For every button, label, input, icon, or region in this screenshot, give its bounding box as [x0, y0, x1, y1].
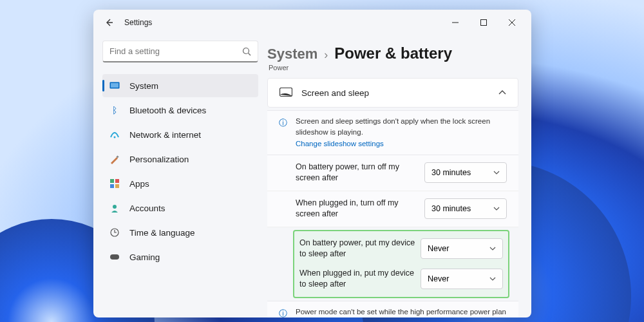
sidebar: System ᛒ Bluetooth & devices Network & i… — [93, 35, 267, 317]
svg-rect-16 — [110, 254, 119, 260]
svg-rect-10 — [110, 179, 114, 183]
highlighted-sleep-settings: On battery power, put my device to sleep… — [293, 230, 509, 298]
setting-label: On battery power, turn off my screen aft… — [296, 162, 424, 184]
arrow-left-icon — [104, 18, 113, 27]
sidebar-item-system[interactable]: System — [102, 74, 258, 97]
system-icon — [109, 80, 120, 91]
sidebar-item-network[interactable]: Network & internet — [102, 123, 258, 146]
info-text: Power mode can't be set while the high p… — [296, 308, 506, 317]
gaming-icon — [109, 251, 120, 263]
dropdown-screen-battery[interactable]: 30 minutes — [424, 162, 507, 183]
setting-sleep-battery: On battery power, put my device to sleep… — [297, 234, 506, 264]
section-header-partial: Power — [269, 64, 518, 71]
sidebar-item-label: Accounts — [129, 204, 166, 213]
network-icon — [109, 129, 120, 140]
maximize-button[interactable] — [469, 13, 498, 32]
chevron-down-icon — [489, 247, 496, 251]
bluetooth-icon: ᛒ — [109, 104, 120, 116]
minimize-icon — [452, 19, 459, 26]
setting-screen-plugged: When plugged in, turn off my screen afte… — [267, 191, 518, 227]
close-button[interactable] — [498, 13, 526, 32]
dropdown-value: Never — [428, 274, 449, 283]
svg-rect-13 — [115, 184, 119, 188]
content-area: System ᛒ Bluetooth & devices Network & i… — [93, 35, 531, 317]
chevron-up-icon — [498, 90, 506, 95]
svg-rect-11 — [115, 179, 119, 183]
setting-label: When plugged in, put my device to sleep … — [299, 268, 421, 290]
sidebar-item-label: Time & language — [129, 228, 195, 238]
chevron-down-icon — [493, 207, 500, 211]
svg-point-14 — [113, 205, 117, 209]
svg-line-5 — [249, 53, 251, 55]
nav-list: System ᛒ Bluetooth & devices Network & i… — [102, 74, 258, 269]
chevron-right-icon: › — [324, 48, 328, 62]
setting-sleep-plugged: When plugged in, put my device to sleep … — [297, 264, 506, 294]
info-text: Screen and sleep settings don't apply wh… — [296, 117, 490, 136]
sidebar-item-label: Network & internet — [129, 130, 201, 140]
search-box[interactable] — [102, 41, 258, 62]
svg-rect-1 — [481, 20, 487, 26]
dropdown-value: 30 minutes — [431, 168, 471, 177]
dropdown-screen-plugged[interactable]: 30 minutes — [424, 198, 507, 219]
svg-point-4 — [243, 48, 249, 53]
screen-sleep-label: Screen and sleep — [301, 88, 489, 98]
svg-rect-7 — [111, 83, 118, 88]
chevron-down-icon — [493, 171, 500, 175]
breadcrumb-parent[interactable]: System — [267, 46, 317, 62]
svg-rect-12 — [110, 184, 114, 188]
settings-window: Settings System ᛒ Bluetooth & devices — [93, 10, 531, 317]
dropdown-value: Never — [428, 244, 449, 253]
setting-screen-battery: On battery power, turn off my screen aft… — [267, 155, 518, 191]
back-button[interactable] — [99, 12, 119, 33]
breadcrumb: System › Power & battery — [267, 44, 518, 62]
chevron-down-icon — [489, 277, 496, 281]
screen-sleep-card[interactable]: Screen and sleep — [267, 78, 518, 108]
sidebar-item-apps[interactable]: Apps — [102, 172, 258, 195]
sidebar-item-time-language[interactable]: Time & language — [102, 221, 258, 244]
time-language-icon — [109, 227, 120, 238]
setting-label: On battery power, put my device to sleep… — [299, 238, 421, 260]
apps-icon — [109, 178, 120, 189]
dropdown-sleep-plugged[interactable]: Never — [421, 269, 503, 289]
sidebar-item-gaming[interactable]: Gaming — [102, 245, 258, 269]
maximize-icon — [480, 19, 487, 26]
sidebar-item-label: Gaming — [129, 252, 160, 262]
breadcrumb-current: Power & battery — [334, 44, 452, 62]
svg-point-8 — [114, 137, 116, 138]
accounts-icon — [109, 202, 120, 214]
sidebar-item-bluetooth[interactable]: ᛒ Bluetooth & devices — [102, 99, 258, 122]
window-title: Settings — [124, 18, 152, 27]
screen-icon — [279, 88, 292, 98]
setting-label: When plugged in, turn off my screen afte… — [296, 198, 424, 220]
minimize-button[interactable] — [441, 13, 469, 32]
sidebar-item-personalization[interactable]: Personalization — [102, 147, 258, 171]
dropdown-value: 30 minutes — [431, 204, 471, 213]
power-mode-info: Power mode can't be set while the high p… — [267, 301, 518, 317]
sidebar-item-accounts[interactable]: Accounts — [102, 196, 258, 220]
main-panel: System › Power & battery Power Screen an… — [267, 35, 531, 317]
slideshow-info: Screen and sleep settings don't apply wh… — [267, 110, 518, 155]
personalization-icon — [109, 153, 120, 165]
sidebar-item-label: System — [129, 81, 158, 91]
search-icon — [242, 47, 251, 56]
search-input[interactable] — [109, 46, 242, 56]
change-slideshow-link[interactable]: Change slideshow settings — [296, 140, 384, 147]
sidebar-item-label: Personalization — [129, 155, 189, 164]
close-icon — [509, 19, 515, 26]
sidebar-item-label: Bluetooth & devices — [129, 106, 206, 115]
dropdown-sleep-battery[interactable]: Never — [421, 238, 503, 259]
titlebar: Settings — [93, 10, 531, 35]
sidebar-item-label: Apps — [129, 179, 149, 189]
